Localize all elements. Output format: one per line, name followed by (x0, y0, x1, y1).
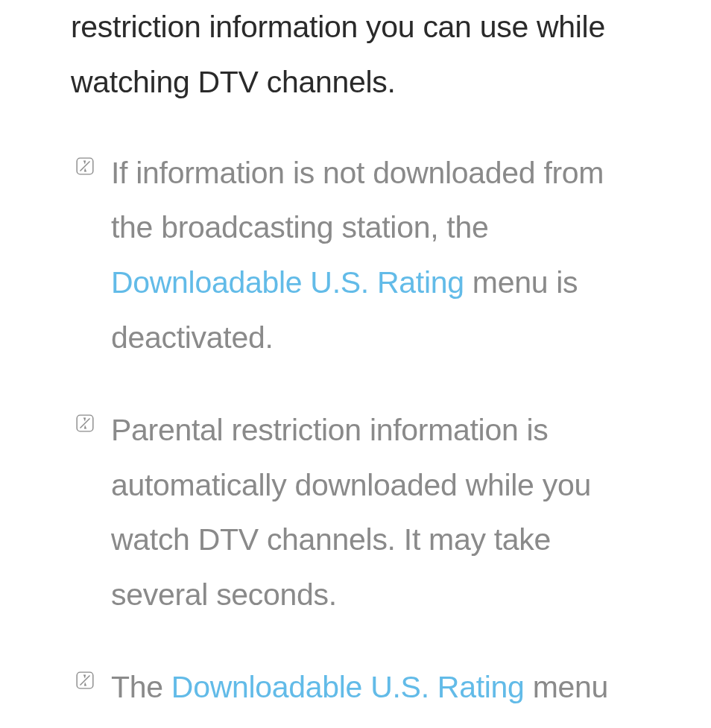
note-text: The Downloadable U.S. Rating menu (111, 660, 608, 715)
note-icon (75, 156, 95, 176)
note-text: Parental restriction information is auto… (111, 403, 640, 623)
note-text: If information is not downloaded from th… (111, 146, 640, 366)
note-icon (75, 414, 95, 433)
note-item: If information is not downloaded from th… (71, 146, 640, 366)
note-item: The Downloadable U.S. Rating menu (71, 660, 640, 715)
intro-paragraph: restriction information you can use whil… (71, 0, 640, 110)
note-icon (75, 671, 95, 690)
note-item: Parental restriction information is auto… (71, 403, 640, 623)
note-list: If information is not downloaded from th… (71, 146, 640, 715)
